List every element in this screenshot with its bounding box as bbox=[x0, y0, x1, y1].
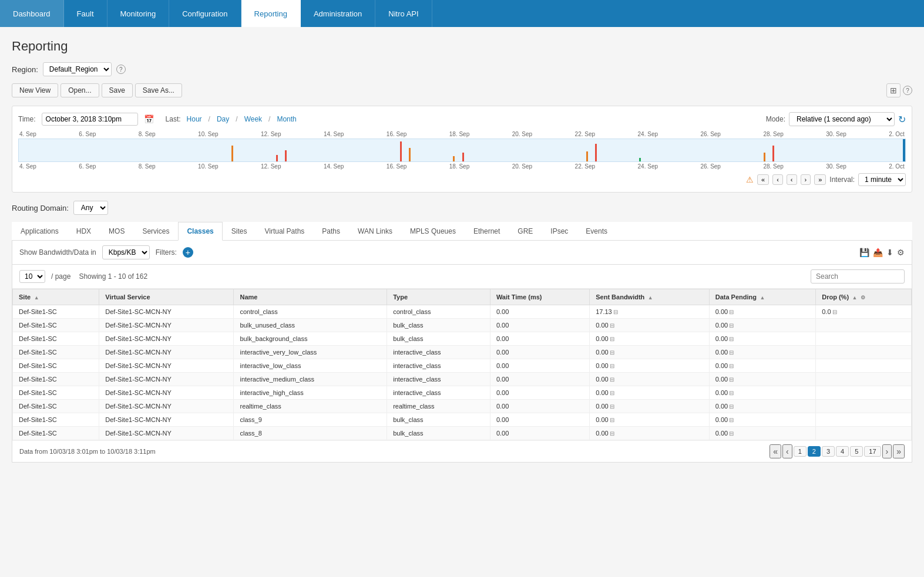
nav-back-btn[interactable]: ‹ bbox=[787, 174, 797, 185]
col-settings-icon[interactable]: ⚙ bbox=[859, 295, 865, 301]
col-header-drop--%-[interactable]: Drop (%) ▲ ⚙ bbox=[816, 289, 912, 305]
nav-item-monitoring[interactable]: Monitoring bbox=[107, 0, 170, 27]
tab-applications[interactable]: Applications bbox=[12, 222, 68, 240]
nav-item-reporting[interactable]: Reporting bbox=[241, 0, 301, 27]
region-select[interactable]: Default_Region bbox=[43, 62, 112, 76]
layout-icon[interactable]: ⊞ bbox=[886, 83, 901, 97]
nav-end-btn[interactable]: » bbox=[814, 174, 826, 185]
tab-mos[interactable]: MOS bbox=[100, 222, 133, 240]
nav-item-fault[interactable]: Fault bbox=[64, 0, 107, 27]
save-button[interactable]: Save bbox=[102, 83, 133, 97]
search-input[interactable] bbox=[811, 269, 905, 284]
cell-export-icon[interactable]: ⊟ bbox=[610, 322, 614, 329]
cell-export-icon[interactable]: ⊟ bbox=[729, 309, 734, 315]
page-btn-3[interactable]: 3 bbox=[822, 446, 835, 457]
tab-wan-links[interactable]: WAN Links bbox=[349, 222, 401, 240]
mode-select[interactable]: Relative (1 second ago) bbox=[789, 112, 895, 126]
cell-data-pending: 0.00⊟ bbox=[709, 400, 816, 413]
cell-export-icon[interactable]: ⊟ bbox=[610, 417, 614, 423]
settings-icon[interactable]: ⚙ bbox=[897, 248, 905, 257]
month-link[interactable]: Month bbox=[277, 115, 296, 123]
add-filter-button[interactable]: + bbox=[183, 247, 193, 258]
tab-classes[interactable]: Classes bbox=[178, 222, 222, 241]
cell-export-icon[interactable]: ⊟ bbox=[610, 363, 614, 369]
cell-export-icon[interactable]: ⊟ bbox=[613, 309, 618, 315]
page-btn-17[interactable]: 17 bbox=[864, 446, 881, 457]
cell-export-icon[interactable]: ⊟ bbox=[729, 390, 734, 396]
toolbar-help-icon[interactable]: ? bbox=[903, 86, 912, 95]
nav-item-nitro-api[interactable]: Nitro API bbox=[375, 0, 432, 27]
tab-ethernet[interactable]: Ethernet bbox=[465, 222, 509, 240]
hour-link[interactable]: Hour bbox=[187, 115, 202, 123]
cell-export-icon[interactable]: ⊟ bbox=[729, 430, 734, 437]
nav-item-administration[interactable]: Administration bbox=[301, 0, 375, 27]
day-link[interactable]: Day bbox=[217, 115, 229, 123]
cell-drop--%-: 0.0⊟ bbox=[816, 305, 912, 319]
cell-drop--%- bbox=[816, 427, 912, 440]
tab-virtual-paths[interactable]: Virtual Paths bbox=[256, 222, 313, 240]
pagination: «‹1234517›» bbox=[770, 444, 905, 458]
cell-export-icon[interactable]: ⊟ bbox=[729, 417, 734, 423]
cell-export-icon[interactable]: ⊟ bbox=[610, 430, 614, 437]
pagination-next[interactable]: › bbox=[882, 444, 892, 458]
week-link[interactable]: Week bbox=[244, 115, 262, 123]
tab-sites[interactable]: Sites bbox=[223, 222, 256, 240]
calendar-icon[interactable]: 📅 bbox=[144, 114, 154, 124]
cell-export-icon[interactable]: ⊟ bbox=[729, 363, 734, 369]
pagination-first[interactable]: « bbox=[770, 444, 781, 458]
cell-export-icon[interactable]: ⊟ bbox=[610, 336, 614, 342]
interval-select[interactable]: 1 minute bbox=[858, 173, 906, 186]
cell-export-icon[interactable]: ⊟ bbox=[729, 322, 734, 329]
timeline-chart[interactable] bbox=[18, 139, 906, 162]
cell-drop--%- bbox=[816, 359, 912, 373]
col-header-data-pending[interactable]: Data Pending ▲ bbox=[709, 289, 816, 305]
table-row: Def-Site1-SCDef-Site1-SC-MCN-NYclass_9bu… bbox=[13, 413, 912, 427]
cell-export-icon[interactable]: ⊟ bbox=[610, 390, 614, 396]
prev-page-btn[interactable]: ‹ bbox=[772, 174, 783, 185]
tab-mpls-queues[interactable]: MPLS Queues bbox=[401, 222, 465, 240]
cell-export-icon[interactable]: ⊟ bbox=[729, 376, 734, 383]
open-button[interactable]: Open... bbox=[61, 83, 99, 97]
tab-ipsec[interactable]: IPsec bbox=[542, 222, 577, 240]
col-header-sent-bandwidth[interactable]: Sent Bandwidth ▲ bbox=[590, 289, 710, 305]
tab-paths[interactable]: Paths bbox=[313, 222, 349, 240]
new-view-button[interactable]: New View bbox=[12, 83, 58, 97]
routing-select[interactable]: Any bbox=[73, 201, 108, 215]
cell-export-icon[interactable]: ⊟ bbox=[610, 376, 614, 383]
tab-services[interactable]: Services bbox=[133, 222, 178, 240]
cell-export-icon[interactable]: ⊟ bbox=[729, 336, 734, 342]
pagination-last[interactable]: » bbox=[893, 444, 905, 458]
nav-item-dashboard[interactable]: Dashboard bbox=[0, 0, 64, 27]
cell-export-icon[interactable]: ⊟ bbox=[729, 349, 734, 356]
cell-export-icon[interactable]: ⊟ bbox=[610, 403, 614, 410]
time-input[interactable] bbox=[42, 113, 138, 126]
per-page-select[interactable]: 10 25 50 bbox=[19, 270, 45, 283]
col-header-site[interactable]: Site ▲ bbox=[13, 289, 99, 305]
cell-export-icon[interactable]: ⊟ bbox=[832, 309, 837, 315]
help-icon[interactable]: ? bbox=[116, 65, 126, 74]
save-as-button[interactable]: Save As... bbox=[135, 83, 182, 97]
cell-type: interactive_class bbox=[387, 386, 490, 400]
refresh-icon[interactable]: ↻ bbox=[898, 114, 906, 125]
cell-export-icon[interactable]: ⊟ bbox=[610, 349, 614, 356]
download-icon[interactable]: ⬇ bbox=[886, 248, 893, 257]
pagination-prev[interactable]: ‹ bbox=[782, 444, 792, 458]
nav-item-configuration[interactable]: Configuration bbox=[169, 0, 241, 27]
tab-hdx[interactable]: HDX bbox=[68, 222, 100, 240]
bw-select[interactable]: Kbps/KB bbox=[102, 245, 150, 259]
table-footer: Data from 10/03/18 3:01pm to 10/03/18 3:… bbox=[12, 440, 912, 462]
cell-export-icon[interactable]: ⊟ bbox=[729, 403, 734, 410]
tab-gre[interactable]: GRE bbox=[509, 222, 542, 240]
export-icon[interactable]: 📤 bbox=[873, 248, 883, 257]
timeline-spike bbox=[231, 146, 233, 161]
col-header-name: Name bbox=[234, 289, 387, 305]
tab-events[interactable]: Events bbox=[577, 222, 616, 240]
table-row: Def-Site1-SCDef-Site1-SC-MCN-NYclass_8bu… bbox=[13, 427, 912, 440]
first-page-btn[interactable]: « bbox=[757, 174, 769, 185]
page-btn-4[interactable]: 4 bbox=[836, 446, 849, 457]
save-view-icon[interactable]: 💾 bbox=[859, 248, 869, 257]
page-btn-5[interactable]: 5 bbox=[850, 446, 863, 457]
page-btn-1[interactable]: 1 bbox=[794, 446, 807, 457]
nav-fwd-btn[interactable]: › bbox=[801, 174, 811, 185]
page-btn-2[interactable]: 2 bbox=[808, 446, 821, 457]
